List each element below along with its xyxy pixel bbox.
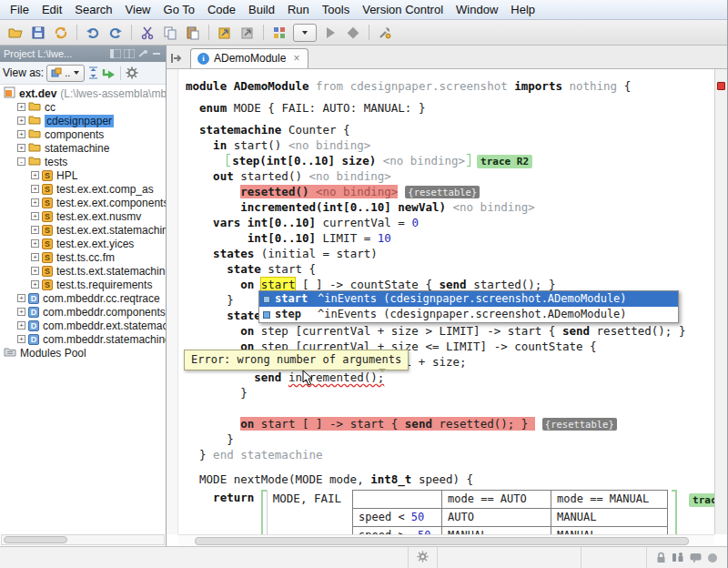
menu-file[interactable]: File xyxy=(4,3,35,16)
tree-item-hpl[interactable]: +SHPL xyxy=(0,168,166,182)
code-line[interactable]: } xyxy=(186,385,714,401)
tree-item-components[interactable]: +components xyxy=(0,127,166,141)
code-line[interactable]: step(int[0..10] size) <no binding>trace … xyxy=(186,153,714,168)
decision-table-cell[interactable]: mode == MANUAL xyxy=(551,491,668,509)
open-icon[interactable] xyxy=(5,23,26,43)
tree-item-com-mbeddr-components[interactable]: +Dcom.mbeddr.components xyxy=(0,305,166,319)
debug-icon[interactable] xyxy=(342,23,364,43)
decision-table-cell[interactable]: MANUAL xyxy=(442,527,551,535)
expand-icon[interactable]: + xyxy=(31,280,39,289)
project-panel-header[interactable]: Project L:\lwe... xyxy=(0,46,166,62)
tree-item-com-mbeddr-statemachines[interactable]: +Dcom.mbeddr.statemachines xyxy=(0,332,166,346)
expand-icon[interactable]: + xyxy=(17,130,25,138)
expand-icon[interactable]: + xyxy=(31,253,39,261)
tree-item-test-ex-ext-statemachine[interactable]: +Stest.ex.ext.statemachine xyxy=(0,223,166,237)
editor-horizontal-scrollbar[interactable] xyxy=(178,534,714,546)
tree-item-cdesignpaper[interactable]: +cdesignpaper xyxy=(0,114,166,127)
tree-item-test-ex-ext-components[interactable]: +Stest.ex.ext.components xyxy=(0,196,166,209)
expand-icon[interactable]: + xyxy=(17,117,25,125)
cut-icon[interactable] xyxy=(136,23,158,43)
project-horizontal-scrollbar[interactable] xyxy=(1,534,165,545)
expand-icon[interactable]: + xyxy=(17,294,25,302)
completion-item-start[interactable]: start^inEvents (cdesignpaper.screenshot.… xyxy=(259,291,678,307)
code-line[interactable]: on start [ ] -> start { send resetted();… xyxy=(186,416,714,431)
tree-item-com-mbeddr-cc-reqtrace[interactable]: +Dcom.mbeddr.cc.reqtrace xyxy=(0,291,166,305)
balloon-icon[interactable] xyxy=(690,553,702,563)
menu-tools[interactable]: Tools xyxy=(316,3,356,16)
code-line[interactable]: int[0..10] LIMIT = 10 xyxy=(186,230,714,246)
status-gear-segment[interactable] xyxy=(409,547,438,568)
editor-vertical-scrollbar[interactable] xyxy=(714,69,727,534)
menu-search[interactable]: Search xyxy=(68,3,118,16)
code-line[interactable]: module ADemoModule from cdesignpaper.scr… xyxy=(186,78,714,94)
save-icon[interactable] xyxy=(27,23,49,43)
return-statement[interactable]: return MODE, FAIL mode == AUTOmode == MA… xyxy=(186,490,714,534)
modules-icon[interactable] xyxy=(268,23,290,43)
tab-ademomodule[interactable]: i ADemoModule × xyxy=(190,48,308,68)
make-icon[interactable] xyxy=(214,23,236,43)
menu-go-to[interactable]: Go To xyxy=(157,3,201,16)
menu-view[interactable]: View xyxy=(119,3,157,16)
code-line[interactable]: enum MODE { FAIL: AUTO: MANUAL: } xyxy=(186,100,714,116)
tab-close-icon[interactable]: × xyxy=(293,52,299,65)
expand-icon[interactable]: + xyxy=(17,321,25,330)
decision-table-cell[interactable]: mode == AUTO xyxy=(442,491,551,509)
code-lines[interactable]: module ADemoModule from cdesignpaper.scr… xyxy=(178,69,714,534)
redo-icon[interactable] xyxy=(105,23,126,43)
sync-selection-icon[interactable] xyxy=(102,66,116,79)
run-config-dropdown-icon[interactable] xyxy=(293,24,317,42)
code-line[interactable]: out started() <no binding> xyxy=(186,168,714,184)
scrollbar-thumb[interactable] xyxy=(4,536,67,543)
menu-code[interactable]: Code xyxy=(201,3,242,16)
code-line[interactable]: } xyxy=(186,431,714,447)
tree-item-cc[interactable]: +cc xyxy=(0,100,166,114)
tab-placement-icon[interactable] xyxy=(170,53,183,64)
menu-version-control[interactable]: Version Control xyxy=(356,3,450,16)
settings-wrench-icon[interactable] xyxy=(374,23,396,43)
copy-icon[interactable] xyxy=(159,23,181,43)
code-line[interactable]: vars int[0..10] currentVal = 0 xyxy=(186,215,714,230)
paste-icon[interactable] xyxy=(182,23,204,43)
panel-layout-icon[interactable] xyxy=(110,49,121,58)
collapse-all-icon[interactable] xyxy=(87,66,99,79)
code-line[interactable]: statemachine Counter { xyxy=(186,122,714,137)
expand-icon[interactable]: + xyxy=(17,335,25,343)
expand-icon[interactable]: + xyxy=(31,267,39,275)
code-line[interactable]: states (initial = start) xyxy=(186,246,714,261)
tree-item-statemachine[interactable]: +statemachine xyxy=(0,141,166,155)
tree-item-com-mbeddr-ext-statemachi[interactable]: +Dcom.mbeddr.ext.statemachi xyxy=(0,319,166,332)
expand-icon[interactable]: + xyxy=(31,185,39,193)
decision-table-cell[interactable]: AUTO xyxy=(442,509,551,527)
decision-table-cell[interactable]: speed < 50 xyxy=(353,509,442,527)
collapse-icon[interactable]: - xyxy=(17,157,25,166)
undo-icon[interactable] xyxy=(82,23,104,43)
rebuild-icon[interactable] xyxy=(237,23,258,43)
menu-edit[interactable]: Edit xyxy=(35,3,68,16)
code-line[interactable]: incremented(int[0..10] newVal) <no bindi… xyxy=(186,199,714,215)
tree-item-ext-dev[interactable]: ext.dev(L:\lwes-assembla\mb xyxy=(0,86,166,100)
decision-table[interactable]: mode == AUTOmode == MANUALspeed < 50AUTO… xyxy=(352,490,668,534)
tree-item-test-ex-ext-yices[interactable]: +Stest.ex.ext.yices xyxy=(0,237,166,250)
decision-table-cell[interactable]: MANUAL xyxy=(551,527,668,535)
inspector-icon[interactable] xyxy=(672,552,684,563)
lock-icon[interactable] xyxy=(656,552,666,563)
code-line[interactable]: state start { xyxy=(186,261,714,277)
expand-icon[interactable]: + xyxy=(31,239,39,248)
completion-item-step[interactable]: step^inEvents (cdesignpaper.screenshot.A… xyxy=(259,307,678,322)
expand-icon[interactable]: + xyxy=(17,308,25,316)
tree-item-test-ex-ext-nusmv[interactable]: +Stest.ex.ext.nusmv xyxy=(0,209,166,223)
sync-icon[interactable] xyxy=(50,23,72,43)
pin-icon[interactable] xyxy=(137,49,148,58)
decision-table-cell[interactable]: speed >= 50 xyxy=(353,527,442,535)
hide-icon[interactable] xyxy=(151,49,162,58)
gear-icon[interactable] xyxy=(417,550,429,566)
view-as-combo[interactable]: .. xyxy=(46,65,85,82)
code-line[interactable] xyxy=(186,401,714,416)
code-line[interactable]: on step [currentVal + size > LIMIT] -> s… xyxy=(186,323,714,339)
menu-build[interactable]: Build xyxy=(242,3,281,16)
scrollbar-thumb[interactable] xyxy=(195,537,689,545)
error-stripe-marker[interactable] xyxy=(717,82,725,90)
code-line[interactable]: MODE nextMode(MODE mode, int8_t speed) { xyxy=(186,472,714,487)
gear-icon[interactable] xyxy=(126,66,138,79)
menu-run[interactable]: Run xyxy=(281,3,316,16)
